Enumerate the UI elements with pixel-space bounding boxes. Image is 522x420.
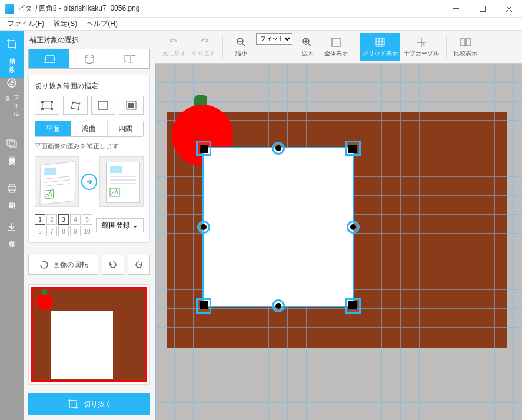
svg-rect-23 [110, 166, 122, 173]
rail-filter[interactable]: フィルタ [0, 78, 24, 121]
handle-top-right[interactable] [345, 141, 361, 156]
seg-curve[interactable]: 湾曲 [71, 121, 107, 136]
svg-point-2 [8, 79, 16, 87]
svg-rect-0 [453, 8, 459, 9]
rotate-left-icon [108, 260, 118, 269]
handle-bottom-right[interactable] [345, 298, 361, 314]
preset-3[interactable]: 3 [58, 214, 69, 225]
preset-5[interactable]: 5 [82, 214, 92, 225]
range-register-dropdown[interactable]: 範囲登録 ⌄ [96, 218, 144, 232]
zoom-out-button[interactable]: 縮小 [228, 33, 255, 61]
redo-button[interactable]: やり直す [189, 33, 218, 61]
svg-point-16 [78, 103, 80, 105]
menu-help[interactable]: ヘルプ(H) [82, 19, 122, 29]
rail-print-label: 印刷 [8, 196, 16, 198]
rotate-row: 画像の回転 [28, 255, 150, 275]
handle-bottom-left[interactable] [196, 298, 211, 314]
seg-flat[interactable]: 平面 [35, 121, 71, 136]
grid-button[interactable]: グリッド表示 [360, 33, 400, 61]
select-target-heading: 補正対象の選択 [24, 31, 155, 49]
zoom-in-button[interactable]: 拡大 [294, 33, 321, 61]
separator [446, 35, 447, 59]
tool-outline[interactable] [91, 96, 116, 115]
compare-button[interactable]: 比較表示 [451, 33, 480, 61]
image-preview [28, 284, 150, 385]
canvas-toolbar: 元に戻す やり直す 縮小 フィット 拡大 [155, 31, 522, 64]
handle-right-mid[interactable] [347, 221, 360, 234]
rail-filter-label: フィルタ [3, 91, 21, 121]
rotate-right-button[interactable] [128, 255, 150, 275]
rail-crop-label: 切り抜き [8, 52, 16, 70]
preset-1[interactable]: 1 [35, 214, 45, 225]
handle-bottom-mid[interactable] [272, 299, 285, 312]
compare-icon [460, 36, 471, 48]
compare-label: 比較表示 [454, 49, 477, 58]
rail-print[interactable]: 印刷 [0, 171, 24, 209]
canvas-content[interactable] [155, 64, 522, 420]
svg-rect-21 [44, 167, 56, 175]
preset-8[interactable]: 8 [58, 226, 69, 236]
crop-action-icon [67, 398, 79, 410]
preset-2[interactable]: 2 [46, 214, 57, 225]
close-button[interactable] [496, 0, 522, 17]
preset-9[interactable]: 9 [70, 226, 81, 236]
svg-point-8 [85, 55, 94, 58]
zoom-out-icon [235, 36, 247, 48]
svg-rect-18 [98, 101, 108, 109]
handle-top-left[interactable] [196, 141, 211, 156]
image-preview-canvas[interactable] [31, 287, 147, 382]
minimize-button[interactable] [443, 0, 469, 17]
rotate-button[interactable]: 画像の回転 [28, 255, 98, 275]
svg-rect-3 [7, 140, 14, 145]
tool-rectangle[interactable] [35, 96, 59, 115]
image-change-icon [6, 138, 18, 149]
maximize-button[interactable] [469, 0, 496, 17]
after-thumb [99, 156, 144, 207]
svg-rect-1 [480, 6, 485, 11]
range-register-label: 範囲登録 [102, 221, 130, 231]
preset-6[interactable]: 6 [35, 226, 45, 236]
polygon-icon [69, 100, 82, 111]
handle-left-mid[interactable] [197, 221, 210, 234]
flat-description: 平面画像の歪みを補正します [35, 142, 144, 151]
crosshair-button[interactable]: 十字カーソル [401, 33, 441, 61]
rail-save[interactable]: 保存 [0, 209, 24, 248]
rail-save-label: 保存 [8, 235, 16, 236]
preset-7[interactable]: 7 [46, 226, 57, 236]
square-double-icon [125, 100, 137, 111]
preview-paper-shape [51, 311, 113, 379]
crosshair-label: 十字カーソル [404, 49, 439, 58]
target-tab-trapezoid[interactable] [29, 49, 69, 68]
fit-all-button[interactable]: 全体表示 [322, 33, 350, 61]
redo-label: やり直す [192, 49, 215, 58]
rail-crop[interactable]: 切り抜き [0, 31, 24, 78]
preset-10[interactable]: 10 [82, 226, 92, 236]
svg-rect-9 [42, 102, 52, 109]
svg-rect-12 [41, 108, 44, 110]
zoom-select[interactable]: フィット [256, 33, 292, 45]
preset-4[interactable]: 4 [70, 214, 81, 225]
target-tab-cylinder[interactable] [69, 49, 110, 68]
crop-action-button[interactable]: 切り抜く [28, 393, 150, 415]
correction-preview: ➜ [35, 155, 144, 208]
menu-file[interactable]: ファイル(F) [2, 19, 49, 29]
target-tab-book[interactable] [109, 49, 149, 68]
surface-segments: 平面 湾曲 四隅 [35, 121, 144, 137]
tool-filled[interactable] [119, 96, 144, 115]
rail-change[interactable]: 画像変更 [0, 121, 24, 171]
crop-rectangle[interactable] [202, 147, 354, 307]
seg-corner[interactable]: 四隅 [108, 121, 143, 136]
menu-settings[interactable]: 設定(S) [49, 19, 82, 29]
svg-rect-4 [9, 142, 16, 147]
svg-rect-11 [51, 101, 53, 103]
tool-polygon[interactable] [63, 96, 88, 115]
app-icon [5, 4, 14, 14]
rotate-left-button[interactable] [102, 255, 124, 275]
target-tabs [28, 49, 150, 69]
side-panel: 補正対象の選択 切り抜き範囲の指定 平面 湾曲 四隅 [24, 31, 155, 420]
undo-button[interactable]: 元に戻す [160, 33, 188, 61]
fit-all-icon [330, 36, 342, 48]
window-title: ピタリ四角8 - pitarishikaku7_0056.png [18, 4, 443, 14]
handle-top-mid[interactable] [272, 142, 285, 155]
menubar: ファイル(F) 設定(S) ヘルプ(H) [0, 18, 522, 31]
